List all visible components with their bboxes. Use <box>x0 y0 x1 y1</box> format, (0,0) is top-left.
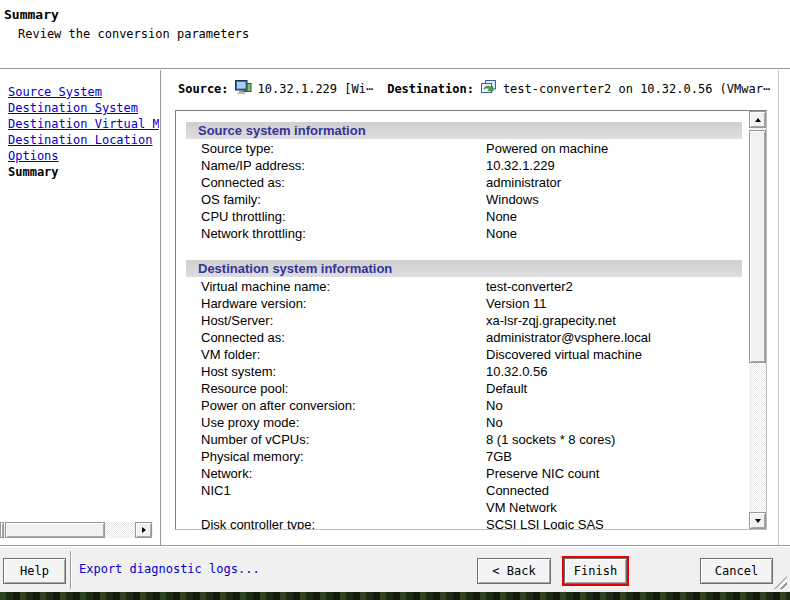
row-label: CPU throttling: <box>201 208 286 225</box>
summary-row: Use proxy mode:No <box>176 414 749 431</box>
row-label: Physical memory: <box>201 448 304 465</box>
row-label: VM folder: <box>201 346 260 363</box>
arrow-right-icon <box>142 527 146 533</box>
row-value: Connected <box>486 482 549 499</box>
row-label: NIC1 <box>201 482 231 499</box>
sidebar-item-source-system[interactable]: Source System <box>8 84 159 100</box>
summary-content: Source system informationSource type:Pow… <box>176 111 749 530</box>
back-button[interactable]: < Back <box>477 558 551 584</box>
sidebar-horizontal-scrollbar[interactable] <box>0 522 153 538</box>
scroll-left-button[interactable] <box>0 522 4 538</box>
summary-row: VM folder:Discovered virtual machine <box>176 346 749 363</box>
row-value: Version 11 <box>486 295 546 312</box>
row-label: Connected as: <box>201 174 285 191</box>
row-label: Name/IP address: <box>201 157 305 174</box>
row-label: Virtual machine name: <box>201 278 330 295</box>
row-value: Discovered virtual machine <box>486 346 642 363</box>
row-value: Preserve NIC count <box>486 465 599 482</box>
summary-row: Power on after conversion:No <box>176 397 749 414</box>
summary-row: CPU throttling:None <box>176 208 749 225</box>
destination-label: Destination: <box>387 82 474 96</box>
row-label: Host system: <box>201 363 276 380</box>
summary-row: Number of vCPUs:8 (1 sockets * 8 cores) <box>176 431 749 448</box>
row-value: None <box>486 208 517 225</box>
sidebar-item-options[interactable]: Options <box>8 148 159 164</box>
row-value: Powered on machine <box>486 140 608 157</box>
summary-row: Name/IP address:10.32.1.229 <box>176 157 749 174</box>
row-value: xa-lsr-zqj.grapecity.net <box>486 312 616 329</box>
row-value: Default <box>486 380 527 397</box>
sidebar-item-destination-location[interactable]: Destination Location <box>8 132 159 148</box>
window-right-edge <box>778 70 779 545</box>
summary-row: Network:Preserve NIC count <box>176 465 749 482</box>
row-label: Resource pool: <box>201 380 288 397</box>
source-value: 10.32.1.229 [Wi⋯ <box>258 82 374 96</box>
destination-value: test-converter2 on 10.32.0.56 (VMwar⋯ <box>503 82 770 96</box>
scroll-right-button[interactable] <box>135 522 152 538</box>
cancel-button[interactable]: Cancel <box>700 558 773 584</box>
row-value: administrator@vsphere.local <box>486 329 651 346</box>
row-label: Host/Server: <box>201 312 273 329</box>
sidebar-nav: Source SystemDestination SystemDestinati… <box>0 70 159 520</box>
row-value: Windows <box>486 191 539 208</box>
summary-row: OS family:Windows <box>176 191 749 208</box>
row-label: Hardware version: <box>201 295 307 312</box>
export-diagnostic-logs-link[interactable]: Export diagnostic logs... <box>79 562 260 576</box>
row-label: Power on after conversion: <box>201 397 356 414</box>
arrow-down-icon <box>755 519 761 523</box>
summary-row: Source type:Powered on machine <box>176 140 749 157</box>
row-value: 8 (1 sockets * 8 cores) <box>486 431 615 448</box>
summary-vertical-scrollbar[interactable] <box>749 111 766 529</box>
footer-divider <box>70 551 72 589</box>
section-header: Destination system information <box>186 260 742 277</box>
row-value: SCSI LSI Logic SAS <box>486 516 604 530</box>
row-value: test-converter2 <box>486 278 573 295</box>
summary-row: Network throttling:None <box>176 225 749 242</box>
summary-row: VM Network <box>176 499 749 516</box>
row-label: Network throttling: <box>201 225 306 242</box>
row-label: OS family: <box>201 191 261 208</box>
section-header: Source system information <box>186 122 742 139</box>
row-value: No <box>486 397 503 414</box>
computer-icon <box>235 80 252 98</box>
summary-row: NIC1Connected <box>176 482 749 499</box>
finish-button[interactable]: Finish <box>564 558 627 584</box>
row-label: Connected as: <box>201 329 285 346</box>
row-label: Use proxy mode: <box>201 414 299 431</box>
summary-row: Virtual machine name:test-converter2 <box>176 278 749 295</box>
summary-row: Hardware version:Version 11 <box>176 295 749 312</box>
row-value: No <box>486 414 503 431</box>
scroll-thumb[interactable] <box>5 522 105 538</box>
resize-grip[interactable] <box>774 576 787 589</box>
row-value: 7GB <box>486 448 512 465</box>
arrow-up-icon <box>755 118 761 122</box>
summary-row: Disk controller type:SCSI LSI Logic SAS <box>176 516 749 530</box>
scroll-up-button[interactable] <box>749 111 766 128</box>
page-subtitle: Review the conversion parameters <box>18 27 249 41</box>
row-value: None <box>486 225 517 242</box>
row-label: Number of vCPUs: <box>201 431 309 448</box>
sidebar-item-destination-system[interactable]: Destination System <box>8 100 159 116</box>
row-label: Disk controller type: <box>201 516 315 530</box>
source-destination-bar: Source: 10.32.1.229 [Wi⋯ Destination: te… <box>178 80 780 98</box>
footer-bar: Help Export diagnostic logs... < Back Fi… <box>0 547 790 592</box>
row-value: 10.32.1.229 <box>486 157 555 174</box>
scroll-thumb[interactable] <box>749 130 766 363</box>
summary-panel: Source system informationSource type:Pow… <box>175 110 767 530</box>
sidebar-separator <box>160 70 162 545</box>
page-title: Summary <box>4 7 59 22</box>
summary-row: Host system:10.32.0.56 <box>176 363 749 380</box>
converter-wizard-window: Summary Review the conversion parameters… <box>0 0 790 600</box>
source-label: Source: <box>178 82 229 96</box>
summary-row: Resource pool:Default <box>176 380 749 397</box>
scroll-down-button[interactable] <box>749 512 766 529</box>
row-value: administrator <box>486 174 561 191</box>
row-label: Network: <box>201 465 252 482</box>
vm-convert-icon <box>480 80 497 98</box>
sidebar-item-destination-virtual-m[interactable]: Destination Virtual M <box>8 116 159 132</box>
row-label: Source type: <box>201 140 274 157</box>
sidebar-item-summary: Summary <box>8 164 159 180</box>
help-button[interactable]: Help <box>3 558 66 584</box>
summary-row: Connected as:administrator@vsphere.local <box>176 329 749 346</box>
summary-row: Physical memory:7GB <box>176 448 749 465</box>
